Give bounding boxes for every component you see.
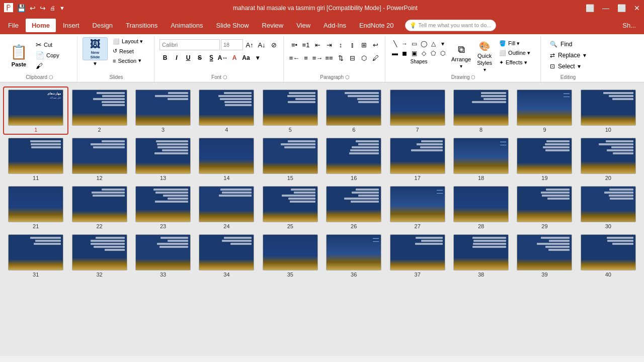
slide-thumb-35[interactable]: ⬡⬡⬡35 <box>259 232 322 279</box>
shape-line[interactable]: ╲ <box>390 39 399 48</box>
save-icon[interactable]: 💾 <box>17 4 26 12</box>
slide-thumb-22[interactable]: 22 <box>67 184 131 230</box>
shape-sq3[interactable]: ▣ <box>410 49 419 58</box>
select-button[interactable]: ⊡ Select ▾ <box>546 61 590 71</box>
convert-to-smartart-btn[interactable]: ⬡ <box>358 52 369 63</box>
undo-arrow-icon[interactable]: ↪ <box>40 4 46 12</box>
shape-outline-btn[interactable]: ⬜ Outline ▾ <box>496 49 536 57</box>
increase-font-btn[interactable]: A↑ <box>244 39 255 50</box>
slide-thumb-15[interactable]: 15 <box>259 136 322 182</box>
menu-review[interactable]: Review <box>256 19 290 32</box>
slide-thumb-11[interactable]: 11 <box>4 136 67 182</box>
find-button[interactable]: 🔍 Find <box>546 39 590 49</box>
slide-thumb-29[interactable]: 29 <box>513 184 576 230</box>
bullets-btn[interactable]: ≡• <box>289 39 300 50</box>
slide-thumb-40[interactable]: 40 <box>577 232 640 279</box>
slide-thumb-5[interactable]: 5 <box>259 87 322 134</box>
menu-view[interactable]: View <box>290 19 316 32</box>
slide-thumb-14[interactable]: ⬡⬡⬡14 <box>195 136 258 182</box>
align-center-btn[interactable]: ≡ <box>300 52 311 63</box>
italic-btn[interactable]: I <box>171 52 182 63</box>
shape-sq1[interactable]: ▬ <box>390 49 399 58</box>
slide-thumb-7[interactable]: ⬡⬡⬡7 <box>385 87 449 134</box>
decrease-font-btn[interactable]: A↓ <box>256 39 267 50</box>
shape-effects-btn[interactable]: ✦ Effects ▾ <box>496 58 536 67</box>
font-case-btn2[interactable]: ▾ <box>252 52 263 63</box>
shape-sq2[interactable]: ◼ <box>400 49 409 58</box>
strikethrough-btn[interactable]: S <box>194 52 205 63</box>
menu-file[interactable]: File <box>2 19 25 32</box>
tell-me-bar[interactable]: 💡 Tell me what you want to do... <box>405 20 496 31</box>
clear-format-btn[interactable]: ⊘ <box>268 39 279 50</box>
slide-thumb-2[interactable]: 2 <box>67 87 131 134</box>
shape-dia[interactable]: ◇ <box>419 49 428 58</box>
slide-thumb-12[interactable]: 12 <box>67 136 131 182</box>
menu-endnote[interactable]: EndNote 20 <box>353 19 400 32</box>
line-spacing-btn[interactable]: ↕ <box>335 39 346 50</box>
shape-rect[interactable]: ▭ <box>410 39 419 48</box>
cut-button[interactable]: ✂ Cut <box>33 40 73 50</box>
text-shading-btn[interactable]: 🖊 <box>370 52 381 63</box>
quick-styles-button[interactable]: 🎨 Quick Styles ▾ <box>475 39 494 73</box>
quick-access-icon[interactable]: 🖨 <box>50 5 55 11</box>
slide-thumb-31[interactable]: 31 <box>4 232 67 279</box>
font-case-btn[interactable]: Aa <box>240 52 252 63</box>
charspace-btn[interactable]: A↔ <box>217 52 228 63</box>
columns-btn[interactable]: ⫿ <box>347 39 358 50</box>
align-text-btn[interactable]: ⊟ <box>347 52 358 63</box>
shape-arrow[interactable]: → <box>400 39 409 48</box>
shadow-btn[interactable]: S̲ <box>206 52 217 63</box>
slide-thumb-6[interactable]: 6 <box>322 87 385 134</box>
menu-slideshow[interactable]: Slide Show <box>210 19 255 32</box>
shape-tri[interactable]: △ <box>429 39 438 48</box>
slide-thumb-34[interactable]: 34 <box>195 232 258 279</box>
layout-button[interactable]: ⬜ Layout ▾ <box>110 37 150 46</box>
slide-thumb-37[interactable]: 37 <box>385 232 449 279</box>
menu-animations[interactable]: Animations <box>165 19 209 32</box>
align-right-btn[interactable]: ≡→ <box>312 52 323 63</box>
drawing-expand-icon[interactable]: ⬡ <box>471 74 475 80</box>
menu-addins[interactable]: Add-Ins <box>317 19 352 32</box>
slide-thumb-21[interactable]: ⬡⬡⬡21 <box>4 184 67 230</box>
slide-thumb-17[interactable]: 17 <box>385 136 449 182</box>
shape-oval[interactable]: ◯ <box>419 39 428 48</box>
slide-thumb-10[interactable]: 10 <box>577 87 640 134</box>
bold-btn[interactable]: B <box>159 52 171 63</box>
font-size-input[interactable] <box>221 39 243 50</box>
decrease-indent-btn[interactable]: ⇤ <box>312 39 323 50</box>
maximize-icon[interactable]: ⬜ <box>617 4 626 12</box>
slide-thumb-8[interactable]: 8 <box>449 87 513 134</box>
customize-qat-icon[interactable]: ▼ <box>59 5 65 11</box>
new-slide-dropdown[interactable]: ▼ <box>93 61 98 66</box>
font-color-btn[interactable]: A <box>229 52 240 63</box>
slide-thumb-9[interactable]: ━━━━━━━━━━9 <box>513 87 576 134</box>
menu-home[interactable]: Home <box>26 19 56 32</box>
slide-thumb-23[interactable]: 23 <box>131 184 195 230</box>
slide-thumb-4[interactable]: 4 <box>195 87 258 134</box>
shapes-btn[interactable]: ╲ → ▭ ◯ △ ▾ ▬ ◼ ▣ ◇ ⬠ ⬡ Shapes <box>390 39 447 64</box>
slide-thumb-33[interactable]: 33 <box>131 232 195 279</box>
slide-thumb-27[interactable]: ━━━━━━━━━━27 <box>385 184 449 230</box>
menu-design[interactable]: Design <box>87 19 119 32</box>
slide-thumb-36[interactable]: ━━━━━━━━━━36 <box>322 232 385 279</box>
text-direction-btn[interactable]: ⇅ <box>335 52 346 63</box>
underline-btn[interactable]: U <box>183 52 194 63</box>
font-expand-icon[interactable]: ⬡ <box>223 74 227 80</box>
numbering-btn[interactable]: ≡1 <box>300 39 311 50</box>
slide-thumb-32[interactable]: 32 <box>67 232 131 279</box>
section-button[interactable]: ≡ Section ▾ <box>110 56 150 65</box>
shape-fill-btn[interactable]: 🪣 Fill ▾ <box>496 39 536 48</box>
slide-thumb-39[interactable]: 39 <box>513 232 576 279</box>
justify-btn[interactable]: ≡≡ <box>324 52 335 63</box>
paragraph-expand-icon[interactable]: ⬡ <box>345 74 350 80</box>
restore-icon[interactable]: ⬜ <box>586 4 594 12</box>
undo-icon[interactable]: ↩ <box>30 4 36 12</box>
copy-button[interactable]: 📄 Copy <box>33 50 73 60</box>
slide-thumb-25[interactable]: 25 <box>259 184 322 230</box>
shape-hex[interactable]: ⬡ <box>438 49 447 58</box>
share-btn[interactable]: Sh... <box>616 20 642 31</box>
rtl-btn[interactable]: ↩ <box>370 39 381 50</box>
menu-insert[interactable]: Insert <box>57 19 86 32</box>
align-left-btn[interactable]: ≡← <box>289 52 300 63</box>
slide-thumb-26[interactable]: 26 <box>322 184 385 230</box>
